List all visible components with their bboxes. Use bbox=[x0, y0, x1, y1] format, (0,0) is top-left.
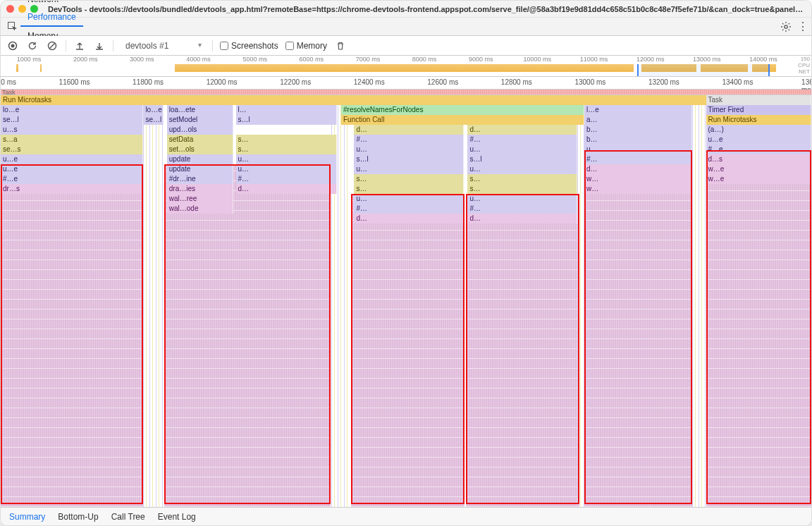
flame-block[interactable]: w…e bbox=[706, 174, 812, 184]
flame-block[interactable]: #… bbox=[236, 174, 338, 184]
svg-line-7 bbox=[789, 29, 789, 30]
flame-block[interactable]: Task bbox=[706, 95, 812, 105]
flame-block[interactable]: #… bbox=[354, 204, 463, 214]
flame-block[interactable]: s… bbox=[236, 145, 338, 154]
flame-block[interactable]: d…s bbox=[706, 154, 812, 164]
flame-block[interactable]: s…l bbox=[354, 154, 463, 164]
deep-stack[interactable] bbox=[351, 194, 465, 507]
details-tab-bottom-up[interactable]: Bottom-Up bbox=[58, 512, 98, 522]
inspect-element-icon[interactable] bbox=[5, 21, 20, 32]
flame-block[interactable]: update bbox=[167, 154, 233, 164]
flame-block[interactable]: u… bbox=[467, 194, 577, 204]
memory-checkbox[interactable]: Memory bbox=[285, 41, 327, 51]
flame-block[interactable]: l… bbox=[236, 105, 338, 115]
flame-row: wal…reeu…u… bbox=[1, 194, 811, 204]
flame-block[interactable]: u… bbox=[354, 164, 463, 174]
panel-tab-performance[interactable]: Performance bbox=[20, 8, 83, 27]
flame-block[interactable]: se…l bbox=[143, 115, 164, 125]
flame-block[interactable]: d… bbox=[354, 214, 463, 224]
flame-block[interactable]: u… bbox=[467, 145, 577, 154]
flame-block[interactable]: (a…) bbox=[706, 125, 812, 135]
deep-stack[interactable] bbox=[466, 194, 579, 507]
flame-block[interactable]: s… bbox=[354, 174, 463, 184]
flame-block[interactable]: wal…ode bbox=[167, 204, 233, 214]
flame-block[interactable]: a… bbox=[584, 115, 692, 125]
more-menu-icon[interactable]: ⋮ bbox=[797, 20, 807, 33]
flame-block[interactable]: u… bbox=[584, 145, 692, 154]
flame-block[interactable]: w… bbox=[584, 184, 692, 194]
flame-block[interactable]: #…e bbox=[706, 145, 812, 154]
flame-block[interactable]: #…e bbox=[1, 174, 143, 184]
flame-block[interactable]: u…s bbox=[1, 125, 143, 135]
flame-block[interactable]: u… bbox=[354, 145, 463, 154]
download-profile-icon[interactable] bbox=[93, 39, 106, 52]
flame-block[interactable]: se…s bbox=[1, 145, 143, 154]
flame-block[interactable]: set…ols bbox=[167, 145, 233, 154]
screenshots-checkbox[interactable]: Screenshots bbox=[220, 41, 278, 51]
flame-block[interactable]: u… bbox=[236, 154, 338, 164]
flame-block[interactable]: d… bbox=[236, 184, 338, 194]
flame-block[interactable]: dr…s bbox=[1, 184, 143, 194]
flame-block[interactable]: s… bbox=[467, 184, 577, 194]
flame-block[interactable]: #… bbox=[467, 135, 577, 145]
flame-block[interactable]: w… bbox=[584, 174, 692, 184]
flame-block[interactable]: u… bbox=[236, 164, 338, 174]
flame-block[interactable]: d… bbox=[354, 125, 463, 135]
flame-block[interactable]: lo…e bbox=[143, 105, 164, 115]
flame-block[interactable]: w…e bbox=[706, 164, 812, 174]
flame-block[interactable]: b… bbox=[584, 135, 692, 145]
flame-block[interactable]: #resolveNamesForNodes bbox=[341, 105, 584, 115]
flame-block[interactable]: s…a bbox=[1, 135, 143, 145]
flame-block[interactable]: Run Microtasks bbox=[706, 115, 812, 125]
network-strip[interactable]: Task bbox=[1, 90, 811, 95]
flame-block[interactable]: Timer Fired bbox=[706, 105, 812, 115]
flame-block[interactable]: se…l bbox=[1, 115, 143, 125]
flame-block[interactable]: u…e bbox=[706, 135, 812, 145]
flame-block[interactable]: #… bbox=[354, 135, 463, 145]
ruler-tick: 11600 ms bbox=[59, 78, 90, 86]
flame-block[interactable]: s…l bbox=[236, 115, 338, 125]
session-selector[interactable]: devtools #1 bbox=[121, 39, 205, 53]
details-tab-summary[interactable]: Summary bbox=[9, 512, 45, 522]
flame-block[interactable]: u…e bbox=[1, 164, 143, 174]
flame-block[interactable]: upd…ols bbox=[167, 125, 233, 135]
flame-block[interactable]: s… bbox=[354, 184, 463, 194]
flame-block[interactable]: loa…ete bbox=[167, 105, 233, 115]
flame-row: se…lse…lsetModels…lFunction Calla…Run Mi… bbox=[1, 115, 811, 125]
timeline-overview[interactable]: 1000 ms2000 ms3000 ms4000 ms5000 ms6000 … bbox=[1, 56, 811, 77]
details-tab-event-log[interactable]: Event Log bbox=[158, 512, 196, 522]
reload-record-button[interactable] bbox=[26, 39, 39, 52]
flame-block[interactable]: setModel bbox=[167, 115, 233, 125]
flame-block[interactable]: d… bbox=[467, 125, 577, 135]
flame-block[interactable]: d… bbox=[467, 214, 577, 224]
flame-block[interactable]: #… bbox=[467, 204, 577, 214]
flame-block[interactable]: s… bbox=[467, 174, 577, 184]
flame-block[interactable]: #… bbox=[584, 154, 692, 164]
flame-block[interactable]: update bbox=[167, 164, 233, 174]
flame-block[interactable]: Function Call bbox=[341, 115, 584, 125]
details-tab-call-tree[interactable]: Call Tree bbox=[111, 512, 145, 522]
clear-button[interactable] bbox=[46, 39, 59, 52]
upload-profile-icon[interactable] bbox=[73, 39, 86, 52]
flame-block[interactable]: u…e bbox=[1, 154, 143, 164]
flame-block[interactable]: dra…ies bbox=[167, 184, 233, 194]
flame-block[interactable]: #dr…ine bbox=[167, 174, 233, 184]
flame-block[interactable]: u… bbox=[467, 164, 577, 174]
settings-gear-icon[interactable] bbox=[780, 21, 797, 32]
flame-block[interactable]: b… bbox=[584, 125, 692, 135]
flame-block[interactable]: s… bbox=[236, 135, 338, 145]
flame-block[interactable]: u… bbox=[354, 194, 463, 204]
flame-block[interactable]: d… bbox=[584, 164, 692, 174]
flame-block[interactable]: s…l bbox=[467, 154, 577, 164]
flame-block[interactable]: wal…ree bbox=[167, 194, 233, 204]
flame-ruler[interactable]: 11400 ms11600 ms11800 ms12000 ms12200 ms… bbox=[1, 77, 811, 90]
trash-icon[interactable] bbox=[334, 39, 347, 52]
panel-tab-network[interactable]: Network bbox=[20, 0, 83, 8]
flame-block[interactable]: lo…e bbox=[1, 105, 143, 115]
record-button[interactable] bbox=[6, 39, 19, 52]
overview-selection[interactable] bbox=[637, 64, 769, 76]
window-close[interactable] bbox=[6, 5, 14, 13]
flame-block[interactable]: setData bbox=[167, 135, 233, 145]
flame-block[interactable]: l…e bbox=[584, 105, 692, 115]
flame-chart[interactable]: Run MicrotasksTasklo…elo…eloa…etel…#reso… bbox=[1, 95, 811, 507]
